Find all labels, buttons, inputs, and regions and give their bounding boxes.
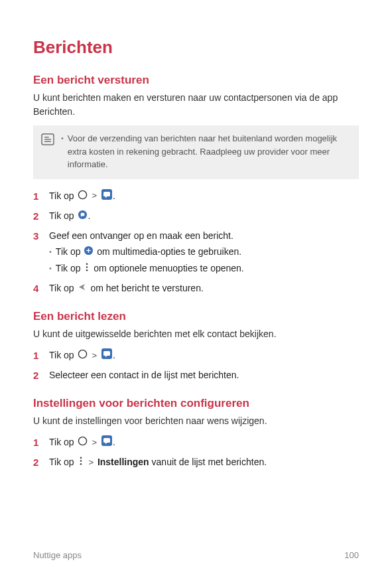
sub-text: om multimedia-opties te gebruiken.: [97, 246, 241, 257]
period: .: [88, 210, 91, 221]
svg-point-20: [80, 457, 82, 459]
sub-text: Tik op: [56, 246, 81, 257]
chevron-icon: >: [92, 349, 97, 363]
svg-point-11: [86, 263, 88, 265]
send-icon: [78, 281, 88, 296]
step-text: Selecteer een contact in de lijst met be…: [49, 368, 359, 382]
svg-point-12: [86, 267, 88, 269]
section-heading-settings: Instellingen voor berichten configureren: [33, 397, 359, 410]
step-number: 1: [33, 348, 42, 364]
svg-rect-19: [103, 438, 110, 443]
step-text: Tik op: [49, 350, 74, 360]
settings-label: Instellingen: [98, 457, 149, 467]
svg-point-22: [80, 463, 82, 465]
section-heading-read: Een bericht lezen: [33, 310, 359, 323]
period: .: [113, 350, 115, 360]
step-1-read: 1 Tik op > .: [33, 348, 359, 364]
step-1-settings: 1 Tik op > .: [33, 435, 359, 451]
sub-step-multimedia: • Tik op om multimedia-opties te gebruik…: [49, 244, 359, 259]
note-box: • Voor de verzending van berichten naar …: [33, 125, 359, 179]
svg-point-17: [78, 437, 86, 445]
bullet-dot: •: [49, 261, 52, 275]
svg-rect-16: [103, 351, 110, 356]
note-icon: [41, 133, 54, 145]
svg-point-13: [86, 269, 88, 271]
step-3-send: 3 Geef een ontvanger op en maak een beri…: [33, 228, 359, 277]
page-footer: Nuttige apps 100: [33, 550, 359, 560]
section-intro-settings: U kunt de instellingen voor berichten na…: [33, 414, 359, 428]
section-intro-read: U kunt de uitgewisselde berichten met el…: [33, 327, 359, 341]
footer-section: Nuttige apps: [33, 550, 82, 560]
note-text: Voor de verzending van berichten naar he…: [68, 132, 351, 171]
period: .: [113, 190, 115, 201]
step-2-read: 2 Selecteer een contact in de lijst met …: [33, 368, 359, 384]
step-text: Tik op: [49, 437, 74, 447]
step-2-settings: 2 Tik op > Instellingen vanuit de lijst …: [33, 455, 359, 471]
step-number: 2: [33, 455, 42, 471]
chevron-icon: >: [88, 456, 94, 470]
step-text: Tik op: [49, 190, 74, 201]
step-number: 1: [33, 188, 42, 204]
more-vert-icon: [84, 261, 90, 276]
page-title: Berichten: [33, 37, 359, 58]
step-text: Tik op: [49, 283, 74, 293]
home-circle-icon: [78, 435, 88, 450]
step-text: Geef een ontvanger op en maak een berich…: [49, 228, 359, 243]
step-number: 2: [33, 368, 42, 384]
step-text: vanuit de lijst met berichten.: [149, 457, 267, 467]
step-2-send: 2 Tik op .: [33, 208, 359, 224]
section-heading-send: Een bericht versturen: [33, 74, 359, 87]
svg-rect-6: [103, 192, 110, 196]
plus-circle-icon: [84, 245, 94, 259]
step-text: Tik op: [49, 210, 74, 221]
sub-step-menu: • Tik op om optionele menuopties te open…: [49, 261, 359, 276]
bullet-dot: •: [49, 244, 52, 259]
home-circle-icon: [78, 348, 88, 363]
compose-icon: [78, 209, 88, 224]
svg-point-4: [78, 190, 86, 198]
footer-page-number: 100: [344, 550, 359, 560]
messages-app-icon: [101, 435, 112, 450]
svg-point-21: [80, 460, 82, 462]
home-circle-icon: [78, 189, 88, 204]
step-number: 2: [33, 208, 42, 224]
messages-app-icon: [101, 189, 112, 204]
sub-text: Tik op: [56, 263, 81, 273]
more-vert-icon: [78, 455, 84, 470]
step-text: om het bericht te versturen.: [90, 283, 203, 293]
section-intro-send: U kunt berichten maken en versturen naar…: [33, 91, 359, 119]
step-4-send: 4 Tik op om het bericht te versturen.: [33, 281, 359, 297]
svg-point-14: [78, 350, 86, 358]
note-bullet: •: [61, 132, 64, 145]
period: .: [113, 437, 115, 447]
chevron-icon: >: [92, 436, 97, 450]
step-number: 3: [33, 228, 42, 244]
step-number: 4: [33, 281, 42, 297]
step-text: Tik op: [49, 457, 74, 467]
step-number: 1: [33, 435, 42, 451]
step-1-send: 1 Tik op > .: [33, 188, 359, 204]
sub-text: om optionele menuopties te openen.: [94, 263, 244, 273]
chevron-icon: >: [92, 189, 97, 203]
messages-app-icon: [101, 348, 112, 363]
